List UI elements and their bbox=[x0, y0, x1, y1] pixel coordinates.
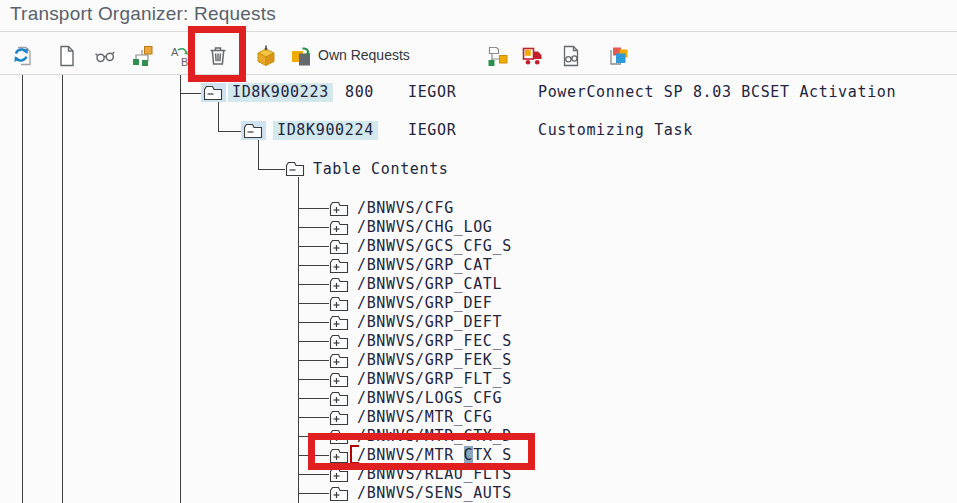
table-row[interactable]: /BNWVS/GRP_FLT_S bbox=[0, 370, 957, 389]
table-row[interactable]: /BNWVS/GCS_CFG_S bbox=[0, 237, 957, 256]
refresh-button[interactable] bbox=[8, 42, 36, 70]
request-hierarchy-button[interactable] bbox=[129, 42, 157, 70]
tree-connector bbox=[298, 227, 329, 228]
folder-open-icon[interactable] bbox=[203, 85, 223, 101]
tree-connector bbox=[298, 284, 329, 285]
table-label[interactable]: /BNWVS/LOGS_CFG bbox=[357, 389, 502, 408]
page-title: Transport Organizer: Requests bbox=[10, 3, 276, 25]
release-request-button[interactable] bbox=[252, 42, 280, 70]
tree-connector bbox=[258, 140, 259, 170]
folder-plus-icon[interactable] bbox=[329, 334, 349, 350]
folder-plus-icon[interactable] bbox=[329, 296, 349, 312]
folder-plus-icon[interactable] bbox=[329, 372, 349, 388]
tree-connector bbox=[298, 322, 329, 323]
table-label[interactable]: /BNWVS/GCS_CFG_S bbox=[357, 237, 512, 256]
own-requests-button[interactable] bbox=[287, 42, 315, 70]
tree-connector bbox=[298, 265, 329, 266]
tree-connector bbox=[218, 131, 242, 132]
display-button[interactable] bbox=[91, 42, 119, 70]
create-request-button[interactable] bbox=[53, 42, 81, 70]
folder-plus-icon[interactable] bbox=[329, 201, 349, 217]
table-row[interactable]: /BNWVS/SENS_AUTS bbox=[0, 484, 957, 503]
table-label[interactable]: /BNWVS/GRP_DEF bbox=[357, 294, 493, 313]
request-id[interactable]: ID8K900224 bbox=[273, 121, 378, 140]
table-label[interactable]: /BNWVS/GRP_CAT bbox=[357, 256, 493, 275]
folder-plus-icon[interactable] bbox=[329, 486, 349, 502]
request-owner[interactable]: IEGOR bbox=[408, 83, 456, 102]
table-label[interactable]: /BNWVS/CHG_LOG bbox=[357, 218, 493, 237]
table-row[interactable]: /BNWVS/GRP_FEK_S bbox=[0, 351, 957, 370]
annotation-rect-delete bbox=[188, 26, 246, 82]
table-row[interactable]: /BNWVS/MTR_CFG bbox=[0, 408, 957, 427]
folder-plus-icon[interactable] bbox=[329, 391, 349, 407]
table-label[interactable]: /BNWVS/GRP_CATL bbox=[357, 275, 502, 294]
tree-connector bbox=[298, 398, 329, 399]
tree-connector bbox=[298, 493, 329, 494]
tree-connector bbox=[181, 93, 203, 94]
tree-connector bbox=[298, 208, 329, 209]
table-row[interactable]: /BNWVS/LOGS_CFG bbox=[0, 389, 957, 408]
folder-open-icon[interactable] bbox=[285, 161, 305, 177]
tree-connector bbox=[298, 341, 329, 342]
transport-hierarchy-button[interactable] bbox=[484, 42, 512, 70]
table-label[interactable]: /BNWVS/CFG bbox=[357, 199, 454, 218]
table-label[interactable]: /BNWVS/GRP_FLT_S bbox=[357, 370, 512, 389]
table-label[interactable]: /BNWVS/GRP_DEFT bbox=[357, 313, 502, 332]
toolbar-divider bbox=[0, 74, 957, 75]
tree-connector bbox=[218, 102, 219, 132]
table-row[interactable]: /BNWVS/CHG_LOG bbox=[0, 218, 957, 237]
tree-connector bbox=[298, 360, 329, 361]
table-row[interactable]: /BNWVS/CFG bbox=[0, 199, 957, 218]
table-row[interactable]: /BNWVS/GRP_CAT bbox=[0, 256, 957, 275]
tree-connector bbox=[298, 417, 329, 418]
table-row[interactable]: /BNWVS/GRP_CATL bbox=[0, 275, 957, 294]
table-label[interactable]: /BNWVS/GRP_FEK_S bbox=[357, 351, 512, 370]
tree-connector bbox=[298, 379, 329, 380]
display-request-button[interactable] bbox=[557, 42, 585, 70]
object-list-button[interactable] bbox=[605, 42, 633, 70]
own-requests-label[interactable]: Own Requests bbox=[318, 47, 410, 63]
request-description[interactable]: Customizing Task bbox=[538, 121, 693, 140]
table-label[interactable]: /BNWVS/MTR_CFG bbox=[357, 408, 493, 427]
folder-plus-icon[interactable] bbox=[329, 220, 349, 236]
request-owner[interactable]: IEGOR bbox=[408, 121, 456, 140]
title-divider bbox=[0, 31, 957, 32]
folder-plus-icon[interactable] bbox=[329, 258, 349, 274]
request-client[interactable]: 800 bbox=[345, 83, 374, 102]
tree-connector bbox=[298, 303, 329, 304]
folder-plus-icon[interactable] bbox=[329, 353, 349, 369]
folder-plus-icon[interactable] bbox=[329, 410, 349, 426]
table-row[interactable]: /BNWVS/GRP_DEFT bbox=[0, 313, 957, 332]
folder-open-icon[interactable] bbox=[243, 123, 263, 139]
table-label[interactable]: /BNWVS/SENS_AUTS bbox=[357, 484, 512, 503]
table-row[interactable]: /BNWVS/GRP_DEF bbox=[0, 294, 957, 313]
table-label[interactable]: /BNWVS/GRP_FEC_S bbox=[357, 332, 512, 351]
tree-connector bbox=[298, 246, 329, 247]
request-id[interactable]: ID8K900223 bbox=[228, 83, 333, 102]
tree-connector bbox=[298, 474, 329, 475]
folder-plus-icon[interactable] bbox=[329, 277, 349, 293]
table-row[interactable]: /BNWVS/GRP_FEC_S bbox=[0, 332, 957, 351]
request-description[interactable]: PowerConnect SP 8.03 BCSET Activation bbox=[538, 83, 896, 102]
transport-button[interactable] bbox=[519, 42, 547, 70]
folder-plus-icon[interactable] bbox=[329, 315, 349, 331]
group-label[interactable]: Table Contents bbox=[313, 160, 449, 179]
annotation-rect-selected-table bbox=[308, 433, 535, 470]
folder-plus-icon[interactable] bbox=[329, 239, 349, 255]
svg-text:A: A bbox=[171, 46, 179, 58]
tree-connector bbox=[258, 169, 285, 170]
